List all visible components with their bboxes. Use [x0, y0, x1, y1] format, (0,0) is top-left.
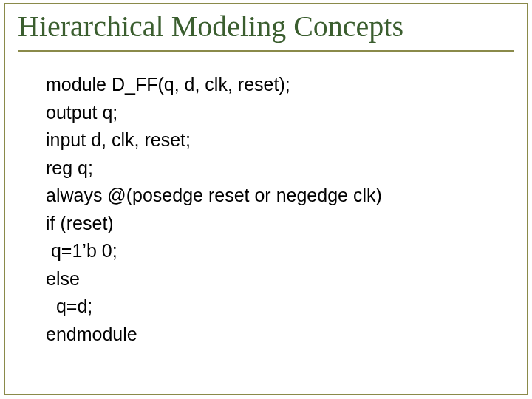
code-line: output q; [46, 99, 502, 127]
code-line: input d, clk, reset; [46, 126, 502, 154]
code-line: always @(posedge reset or negedge clk) [46, 182, 502, 210]
code-line: q=d; [46, 293, 502, 321]
code-line: module D_FF(q, d, clk, reset); [46, 71, 502, 99]
slide: Hierarchical Modeling Concepts module D_… [0, 0, 532, 399]
code-line: q=1’b 0; [46, 237, 502, 265]
title-area: Hierarchical Modeling Concepts [18, 10, 514, 52]
slide-title: Hierarchical Modeling Concepts [18, 10, 514, 52]
code-line: endmodule [46, 321, 502, 349]
code-block: module D_FF(q, d, clk, reset); output q;… [46, 71, 502, 348]
code-line: if (reset) [46, 210, 502, 238]
code-line: reg q; [46, 154, 502, 183]
code-line: else [46, 265, 502, 293]
